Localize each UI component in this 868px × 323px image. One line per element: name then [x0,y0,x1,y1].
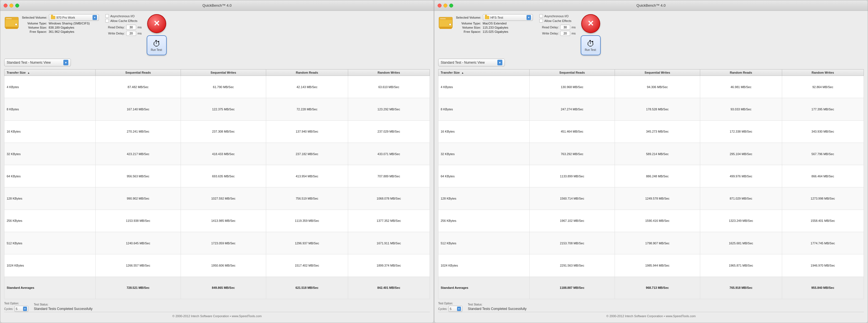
table-cell: 1133.899 MB/Sec [530,165,615,187]
maximize-button-right[interactable] [449,4,453,7]
sort-arrow-right: ▲ [462,71,464,74]
write-delay-input-left[interactable]: 20 [126,31,136,36]
col-rand-writes-right[interactable]: Random Writes [782,69,864,76]
table-cell: 128 KBytes [438,187,530,210]
run-test-button-right[interactable]: ⏱ Run Test: [581,35,601,55]
cycles-arrow-right[interactable]: ▼ [457,306,461,311]
volume-type-row-left: Volume Type: Windows Sharing (SMB/CIFS) [22,22,100,25]
table-cell: 16 KBytes [4,120,96,143]
table-cell: 1296.937 MB/Sec [266,232,348,254]
write-delay-label-right: Write Delay: [539,32,559,35]
test-select-box-left[interactable]: Standard Test - Numeric View ▼ [4,59,71,66]
free-space-row-right: Free Space: 115.025 Gigabytes [456,30,534,33]
cache-effects-row-left: Allow Cache Effects [105,19,142,23]
titlebar-left: QuickBench™ 4.0 [0,0,434,11]
col-seq-reads-left[interactable]: Sequential Reads [96,69,181,76]
minimize-button-left[interactable] [9,4,13,7]
run-test-icon-right: ⏱ [587,39,595,48]
volume-select-arrow-right[interactable]: ▼ [527,15,531,20]
table-row: 8 KBytes167.140 MB/Sec122.375 MB/Sec72.2… [4,98,430,120]
bottom-section-left: Test Option: Cycles: 5 ▼ Test Status: St… [4,302,430,312]
write-delay-unit-right: ms [571,32,576,35]
col-transfer-size-right[interactable]: Transfer Size ▲ [438,69,530,76]
maximize-button-left[interactable] [15,4,19,7]
cancel-button-left[interactable]: ✕ [147,14,166,33]
status-section-right: Test Status: Standard Tests Completed Su… [468,303,527,311]
table-cell: 1249.578 MB/Sec [615,187,700,210]
col-rand-reads-left[interactable]: Random Reads [266,69,348,76]
table-cell: 122.375 MB/Sec [181,98,266,120]
table-cell: 1153.938 MB/Sec [96,210,181,232]
table-cell: 589.214 MB/Sec [615,143,700,165]
table-body-left: 4 KBytes87.482 MB/Sec61.790 MB/Sec42.143… [4,76,430,299]
table-row: 16 KBytes270.241 MB/Sec237.308 MB/Sec137… [4,120,430,143]
cancel-icon-left: ✕ [153,20,160,28]
table-row: 256 KBytes1967.102 MB/Sec1590.416 MB/Sec… [438,210,864,232]
table-cell: 1899.374 MB/Sec [348,254,430,276]
async-io-row-right: Asynchronous I/O [539,14,576,18]
close-button-left[interactable] [4,4,7,7]
cycles-label-left: Cycles: [4,307,13,311]
run-test-button-left[interactable]: ⏱ Run Test: [147,35,167,55]
table-cell: 418.433 MB/Sec [181,143,266,165]
write-delay-label-left: Write Delay: [105,32,125,35]
write-delay-unit-left: ms [137,32,142,35]
table-cell: 32 KBytes [438,143,530,165]
volume-select-arrow-left[interactable]: ▼ [93,15,97,20]
write-delay-row-right: Write Delay: ms [539,31,576,36]
test-select-arrow-right[interactable]: ▼ [497,60,502,65]
table-header-row-left: Transfer Size ▲ Sequential Reads Sequent… [4,69,430,76]
volume-select-left[interactable]: 970 Pro Work ▼ [49,14,99,21]
volume-type-row-right: Volume Type: MacOS Extended [456,22,534,25]
table-cell: 130.968 MB/Sec [530,76,615,98]
table-cell: 237.182 MB/Sec [266,143,348,165]
table-cell: 1985.944 MB/Sec [615,254,700,276]
test-selector-left: Standard Test - Numeric View ▼ [4,59,430,66]
table-cell: 8 KBytes [438,98,530,120]
col-rand-reads-right[interactable]: Random Reads [700,69,782,76]
volume-info-right: Selected Volume: HFS-Test ▼ Volume Type:… [456,14,534,33]
svg-rect-2 [5,27,18,29]
cache-effects-checkbox-left[interactable] [105,19,109,23]
cycles-arrow-left[interactable]: ▼ [23,306,27,311]
table-cell: 72.228 MB/Sec [266,98,348,120]
cache-effects-checkbox-right[interactable] [539,19,543,23]
test-select-box-right[interactable]: Standard Test - Numeric View ▼ [438,59,505,66]
volume-select-right[interactable]: HFS-Test ▼ [483,14,533,21]
table-cell: 849.865 MB/Sec [181,276,266,299]
close-button-right[interactable] [438,4,441,7]
col-transfer-size-left[interactable]: Transfer Size ▲ [4,69,96,76]
table-cell: 1590.416 MB/Sec [615,210,700,232]
table-cell: 1723.059 MB/Sec [181,232,266,254]
table-cell: 451.464 MB/Sec [530,120,615,143]
read-delay-input-left[interactable]: 30 [126,25,136,30]
minimize-button-right[interactable] [443,4,447,7]
test-select-arrow-left[interactable]: ▼ [63,60,68,65]
table-cell: 871.029 MB/Sec [700,187,782,210]
read-delay-input-right[interactable] [560,25,570,30]
table-cell: 137.940 MB/Sec [266,120,348,143]
copyright-right: © 2000-2012 Intech Software Corporation … [606,314,695,318]
table-cell: 1188.887 MB/Sec [530,276,615,299]
buttons-section-right: ✕ ⏱ Run Test: [581,14,601,55]
async-io-checkbox-left[interactable] [105,14,109,18]
col-seq-reads-right[interactable]: Sequential Reads [530,69,615,76]
table-cell: 16 KBytes [438,120,530,143]
col-seq-writes-left[interactable]: Sequential Writes [181,69,266,76]
table-cell: 270.241 MB/Sec [96,120,181,143]
async-io-checkbox-right[interactable] [539,14,543,18]
col-rand-writes-left[interactable]: Random Writes [348,69,430,76]
table-cell: 237.029 MB/Sec [348,120,430,143]
table-row: 32 KBytes763.292 MB/Sec589.214 MB/Sec295… [438,143,864,165]
delay-section-right: Read Delay: ms Write Delay: ms [539,25,576,36]
table-cell: 499.976 MB/Sec [700,165,782,187]
cycles-select-right[interactable]: 5 ▼ [448,306,462,312]
col-seq-writes-right[interactable]: Sequential Writes [615,69,700,76]
write-delay-input-right[interactable] [560,31,570,36]
cancel-button-right[interactable]: ✕ [581,14,600,33]
run-test-icon-left: ⏱ [153,39,161,48]
cycles-select-left[interactable]: 5 ▼ [14,306,28,312]
run-test-label-right: Run Test: [585,48,596,52]
volume-type-value-left: Windows Sharing (SMB/CIFS) [49,22,90,25]
table-cell: 295.104 MB/Sec [700,143,782,165]
